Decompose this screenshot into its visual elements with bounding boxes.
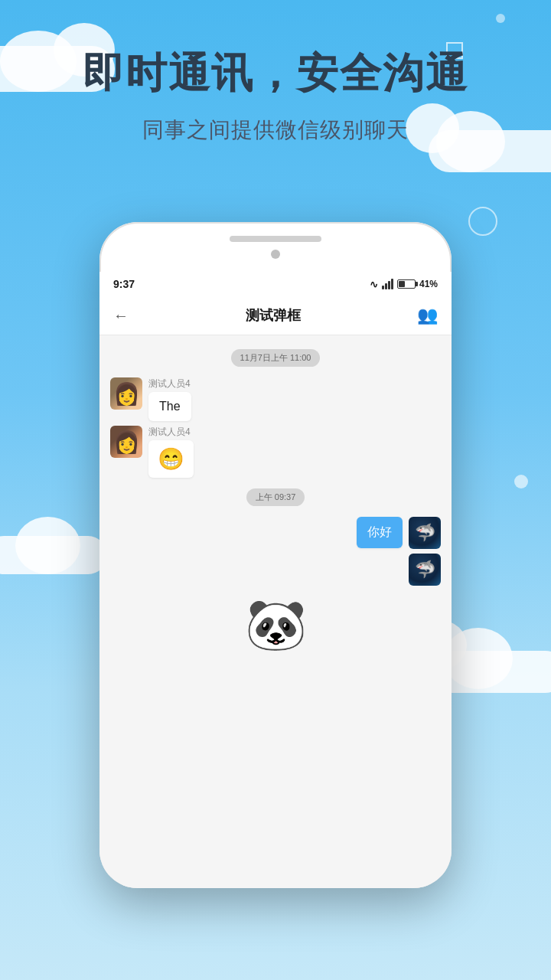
chat-header: ← 测试弹框 👥 <box>99 296 452 335</box>
phone-frame: 9:37 ∿ 41% <box>99 222 452 888</box>
signal-bar-2 <box>385 283 387 289</box>
deco-circle-4 <box>514 475 528 488</box>
deco-circle-3 <box>468 207 497 236</box>
timestamp-2: 上午 09:37 <box>246 488 305 506</box>
chat-title: 测试弹框 <box>246 306 301 325</box>
status-bar: 9:37 ∿ 41% <box>99 272 452 296</box>
msg-sender-2: 测试人员4 <box>148 426 194 439</box>
msg-bubble-3: 你好 <box>357 517 403 548</box>
chat-messages: 11月7日上午 11:00 测试人员4 The 测试人员4 😁 <box>99 335 452 888</box>
cloud-3b <box>15 517 80 574</box>
battery-fill <box>399 281 405 287</box>
message-row-4 <box>110 554 441 586</box>
timestamp-1: 11月7日上午 11:00 <box>231 349 321 367</box>
msg-sender-1: 测试人员4 <box>148 377 191 390</box>
status-icons: ∿ 41% <box>370 279 438 290</box>
main-title: 即时通讯，安全沟通 <box>0 46 551 102</box>
battery-percent: 41% <box>419 279 438 289</box>
signal-bar-3 <box>388 281 390 289</box>
avatar-sender1 <box>110 377 142 410</box>
msg-content-2: 测试人员4 😁 <box>148 426 194 478</box>
phone-top-bar <box>230 236 321 242</box>
avatar-user <box>409 517 441 549</box>
battery-body <box>397 279 416 289</box>
avatar-user2 <box>409 554 441 586</box>
sub-title: 同事之间提供微信级别聊天 <box>0 116 551 145</box>
chat-screen: 9:37 ∿ 41% <box>99 272 452 888</box>
battery-icon <box>397 279 416 289</box>
message-row-2: 测试人员4 😁 <box>110 426 441 478</box>
sticker-row: 🐼 <box>110 593 441 651</box>
msg-bubble-2: 😁 <box>148 440 194 478</box>
msg-content-1: 测试人员4 The <box>148 377 191 421</box>
status-time: 9:37 <box>113 278 135 290</box>
top-section: 即时通讯，安全沟通 同事之间提供微信级别聊天 <box>0 0 551 145</box>
phone-camera <box>271 250 280 259</box>
wifi-icon: ∿ <box>370 279 378 290</box>
signal-bar-1 <box>382 286 384 289</box>
group-members-icon[interactable]: 👥 <box>417 305 438 325</box>
sticker-panda: 🐼 <box>245 593 307 651</box>
msg-bubble-1: The <box>148 392 191 421</box>
message-row-3: 你好 <box>110 517 441 549</box>
msg-content-3: 你好 <box>357 517 403 548</box>
signal-bars <box>382 279 393 289</box>
signal-bar-4 <box>391 279 393 289</box>
avatar-sender2 <box>110 426 142 458</box>
message-row-1: 测试人员4 The <box>110 377 441 421</box>
phone-mockup: 9:37 ∿ 41% <box>99 222 452 888</box>
back-button[interactable]: ← <box>113 307 129 325</box>
